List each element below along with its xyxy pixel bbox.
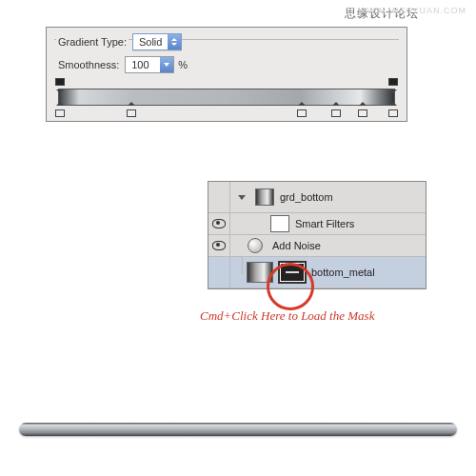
smoothness-input[interactable]: 100 — [125, 56, 174, 73]
smoothness-label: Smoothness: — [56, 59, 121, 70]
percent-sign: % — [178, 59, 188, 70]
layer-thumbnail[interactable] — [247, 262, 273, 283]
color-stop[interactable] — [55, 106, 65, 117]
color-stop[interactable] — [331, 106, 341, 117]
smart-filters-label: Smart Filters — [295, 218, 354, 229]
layer-mask-thumbnail[interactable] — [279, 262, 306, 283]
eye-icon — [212, 219, 226, 228]
layer-name-label: grd_bottom — [280, 191, 333, 203]
dropdown-arrow-icon — [160, 57, 173, 72]
visibility-toggle[interactable] — [208, 235, 230, 256]
layers-panel: grd_bottom Smart Filters Add Noise botto… — [208, 181, 426, 289]
visibility-toggle[interactable] — [208, 182, 230, 212]
color-stop[interactable] — [388, 106, 398, 117]
layer-row-grd-bottom[interactable]: grd_bottom — [208, 182, 426, 213]
instruction-text: Cmd+Click Here to Load the Mask — [200, 308, 374, 324]
filter-mask-thumbnail[interactable] — [270, 215, 289, 232]
add-noise-label: Add Noise — [272, 240, 321, 251]
gradient-track-area — [56, 79, 397, 121]
layer-row-bottom-metal[interactable]: bottom_metal — [208, 257, 426, 288]
color-stop[interactable] — [358, 106, 367, 117]
watermark-url: WWW.MISSYUAN.COM — [358, 6, 466, 15]
color-stop[interactable] — [297, 106, 307, 117]
link-column[interactable] — [230, 257, 243, 274]
metal-bar-preview — [19, 423, 457, 436]
updown-arrows-icon — [168, 34, 181, 50]
color-stop[interactable] — [127, 106, 136, 117]
disclosure-triangle-icon[interactable] — [238, 195, 246, 200]
visibility-toggle[interactable] — [208, 257, 230, 288]
smoothness-value: 100 — [126, 59, 160, 70]
gradient-editor-panel: Gradient Type: Solid Smoothness: 100 % — [46, 27, 407, 122]
layer-row-add-noise[interactable]: Add Noise — [208, 235, 426, 257]
eye-icon — [212, 241, 226, 250]
bottom-metal-label: bottom_metal — [311, 267, 375, 278]
visibility-toggle[interactable] — [208, 213, 230, 234]
layer-row-smart-filters[interactable]: Smart Filters — [208, 213, 426, 235]
gradient-preview-bar[interactable] — [58, 89, 395, 106]
opacity-stop[interactable] — [55, 78, 65, 89]
layer-thumbnail[interactable] — [255, 188, 274, 206]
gradient-type-select[interactable]: Solid — [132, 33, 182, 50]
filter-effect-icon — [248, 238, 263, 253]
opacity-stop[interactable] — [388, 78, 398, 89]
gradient-type-label: Gradient Type: — [56, 36, 129, 48]
gradient-type-value: Solid — [133, 36, 168, 48]
